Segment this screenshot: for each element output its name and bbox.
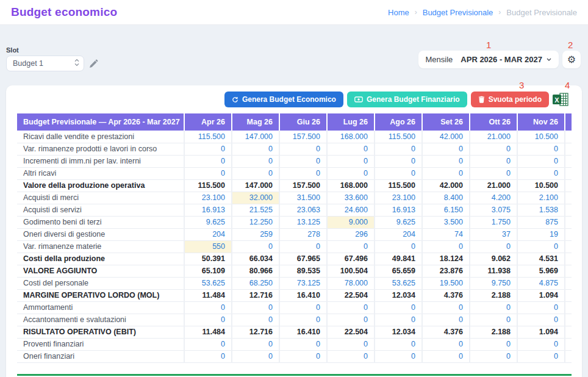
cell-value[interactable]: 11.938 xyxy=(470,265,517,277)
cell-value[interactable]: 0 xyxy=(375,167,422,179)
cell-value[interactable]: 32.000 xyxy=(232,192,279,204)
cell-value[interactable]: 0 xyxy=(470,155,517,167)
cell-value[interactable]: 6.150 xyxy=(422,204,470,216)
cell-value[interactable]: 31.500 xyxy=(279,192,327,204)
cell-value[interactable]: 115.500 xyxy=(184,179,232,192)
cell-value[interactable]: 0 xyxy=(517,167,565,179)
cell-value[interactable]: 49.841 xyxy=(375,253,422,265)
cell-value[interactable]: 0 xyxy=(422,350,470,362)
cell-value[interactable]: 0 xyxy=(470,350,517,362)
cell-value[interactable]: 16.410 xyxy=(279,326,327,338)
cell-value[interactable]: 4.531 xyxy=(517,253,565,265)
cell-value[interactable]: 0 xyxy=(232,338,279,350)
cell-value[interactable]: 0 xyxy=(232,301,279,314)
cell-value[interactable]: 0 xyxy=(327,301,375,314)
cell-value[interactable]: 0 xyxy=(470,338,517,350)
cell-value[interactable]: 74 xyxy=(422,228,470,240)
cell-value[interactable]: 2.100 xyxy=(517,192,565,204)
cell-value[interactable]: 204 xyxy=(184,228,232,240)
cell-value[interactable]: 0 xyxy=(279,155,327,167)
cell-value[interactable]: 12.250 xyxy=(232,216,279,228)
cell-value[interactable]: 0 xyxy=(422,167,470,179)
cell-value[interactable]: 0 xyxy=(184,350,232,362)
cell-value[interactable]: 9.000 xyxy=(327,216,375,228)
cell-value[interactable]: 147.000 xyxy=(232,179,279,192)
cell-value[interactable]: 9.062 xyxy=(470,253,517,265)
export-excel-button[interactable]: X xyxy=(553,92,569,107)
cell-value[interactable]: 157.500 xyxy=(279,179,327,192)
cell-value[interactable]: 0 xyxy=(327,155,375,167)
cell-value[interactable]: 0 xyxy=(375,314,422,326)
cell-value[interactable]: 11.484 xyxy=(184,326,232,338)
cell-value[interactable]: 0 xyxy=(422,240,470,253)
generate-financial-budget-button[interactable]: Genera Budget Finanziario xyxy=(347,92,467,107)
cell-value[interactable]: 0 xyxy=(375,155,422,167)
cell-value[interactable]: 9.625 xyxy=(184,216,232,228)
cell-value[interactable]: 875 xyxy=(517,216,565,228)
cell-value[interactable]: 0 xyxy=(232,314,279,326)
cell-value[interactable]: 65.659 xyxy=(375,265,422,277)
cell-value[interactable]: 1.094 xyxy=(517,326,565,338)
cell-value[interactable]: 0 xyxy=(517,338,565,350)
cell-value[interactable]: 16.913 xyxy=(184,204,232,216)
cell-value[interactable]: 204 xyxy=(375,228,422,240)
cell-value[interactable]: 0 xyxy=(232,143,279,155)
cell-value[interactable]: 296 xyxy=(327,228,375,240)
cell-value[interactable]: 0 xyxy=(422,314,470,326)
cell-value[interactable]: 0 xyxy=(517,350,565,362)
cell-value[interactable]: 89.535 xyxy=(279,265,327,277)
cell-value[interactable]: 23.063 xyxy=(279,204,327,216)
cell-value[interactable]: 0 xyxy=(184,167,232,179)
cell-value[interactable]: 0 xyxy=(470,143,517,155)
cell-value[interactable]: 0 xyxy=(184,301,232,314)
cell-value[interactable]: 0 xyxy=(232,167,279,179)
cell-value[interactable]: 168.000 xyxy=(327,179,375,192)
cell-value[interactable]: 157.500 xyxy=(279,131,327,143)
cell-value[interactable]: 0 xyxy=(232,350,279,362)
cell-value[interactable]: 0 xyxy=(279,143,327,155)
cell-value[interactable]: 0 xyxy=(470,314,517,326)
cell-value[interactable]: 12.034 xyxy=(375,289,422,301)
cell-value[interactable]: 3.500 xyxy=(422,216,470,228)
cell-value[interactable]: 0 xyxy=(279,167,327,179)
cell-value[interactable]: 0 xyxy=(184,143,232,155)
cell-value[interactable]: 68.250 xyxy=(232,277,279,289)
cell-value[interactable]: 67.496 xyxy=(327,253,375,265)
cell-value[interactable]: 0 xyxy=(375,301,422,314)
cell-value[interactable]: 24.600 xyxy=(327,204,375,216)
cell-value[interactable]: 12.716 xyxy=(232,289,279,301)
cell-value[interactable]: 66.034 xyxy=(232,253,279,265)
cell-value[interactable]: 4.376 xyxy=(422,326,470,338)
cell-value[interactable]: 0 xyxy=(375,240,422,253)
cell-value[interactable]: 0 xyxy=(470,240,517,253)
cell-value[interactable]: 22.504 xyxy=(327,289,375,301)
cell-value[interactable]: 0 xyxy=(517,155,565,167)
cell-value[interactable]: 0 xyxy=(184,314,232,326)
cell-value[interactable]: 8.400 xyxy=(422,192,470,204)
slot-select[interactable]: Budget 1 xyxy=(6,56,84,71)
cell-value[interactable]: 16.410 xyxy=(279,289,327,301)
cell-value[interactable]: 278 xyxy=(279,228,327,240)
cell-value[interactable]: 0 xyxy=(279,338,327,350)
breadcrumb-budget-previsionale[interactable]: Budget Previsionale xyxy=(423,8,493,17)
cell-value[interactable]: 0 xyxy=(279,240,327,253)
cell-value[interactable]: 10.500 xyxy=(517,131,565,143)
cell-value[interactable]: 115.500 xyxy=(375,179,422,192)
cell-value[interactable]: 18.124 xyxy=(422,253,470,265)
cell-value[interactable]: 21.525 xyxy=(232,204,279,216)
edit-slot-button[interactable] xyxy=(89,59,100,70)
cell-value[interactable]: 23.876 xyxy=(422,265,470,277)
cell-value[interactable]: 10.500 xyxy=(517,179,565,192)
cell-value[interactable]: 1.094 xyxy=(517,289,565,301)
cell-value[interactable]: 12.716 xyxy=(232,326,279,338)
cell-value[interactable]: 0 xyxy=(327,350,375,362)
cell-value[interactable]: 4.376 xyxy=(422,289,470,301)
cell-value[interactable]: 2.188 xyxy=(470,326,517,338)
cell-value[interactable]: 67.965 xyxy=(279,253,327,265)
period-selector[interactable]: Mensile APR 2026 - MAR 2027 xyxy=(418,51,559,68)
cell-value[interactable]: 73.125 xyxy=(279,277,327,289)
cell-value[interactable]: 0 xyxy=(375,143,422,155)
cell-value[interactable]: 550 xyxy=(184,240,232,253)
cell-value[interactable]: 13.125 xyxy=(279,216,327,228)
cell-value[interactable]: 21.000 xyxy=(470,179,517,192)
